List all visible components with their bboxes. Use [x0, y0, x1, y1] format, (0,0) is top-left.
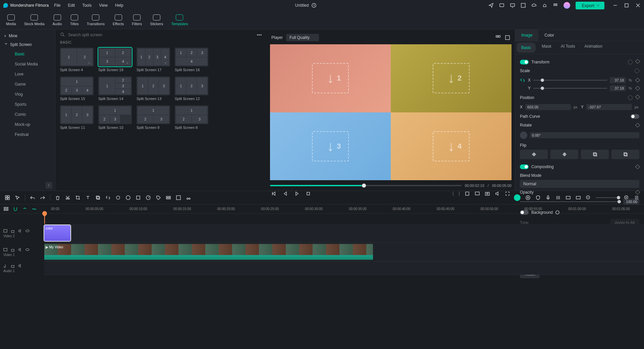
lock-icon[interactable] — [11, 229, 15, 233]
cursor-icon[interactable] — [15, 195, 20, 200]
video-track-icon[interactable] — [3, 229, 7, 233]
compositing-toggle[interactable] — [520, 164, 529, 169]
sidebar-mine[interactable]: Mine — [0, 32, 55, 40]
sidebar-item-basic[interactable]: Basic — [0, 49, 55, 59]
brace-close[interactable]: } — [459, 191, 460, 196]
effect-icon[interactable] — [136, 195, 141, 200]
text-icon[interactable] — [85, 195, 91, 200]
scale-y-input[interactable]: 37.18 — [610, 85, 626, 91]
scale-x-slider[interactable] — [533, 80, 607, 81]
reset-icon[interactable] — [628, 95, 633, 100]
sidebar-item-love[interactable]: Love — [0, 69, 55, 79]
stop-icon[interactable] — [306, 191, 311, 196]
brace-open[interactable]: { — [452, 191, 454, 196]
keyframe-icon[interactable] — [635, 86, 640, 91]
pos-x-input[interactable]: 603.05 — [525, 104, 571, 110]
link2-icon[interactable] — [22, 206, 28, 212]
prev-frame-icon[interactable] — [271, 191, 277, 196]
subtab-mask[interactable]: Mask — [537, 41, 556, 54]
path-curve-toggle[interactable] — [631, 114, 639, 119]
send-icon[interactable] — [488, 3, 494, 8]
module-titles[interactable]: Titles — [70, 14, 79, 26]
layout-icon[interactable] — [5, 195, 10, 200]
template-thumb[interactable]: 1234+ — [98, 48, 132, 66]
module-stickers[interactable]: Stickers — [150, 14, 163, 26]
player-canvas[interactable]: ↓1 ↓2 ↓3 ↓4 — [270, 44, 512, 180]
menu-tools[interactable]: Tools — [82, 3, 92, 8]
sidebar-item-vlog[interactable]: Vlog — [0, 89, 55, 99]
keyframe-icon[interactable] — [635, 78, 640, 83]
zoom-out-icon[interactable] — [586, 195, 591, 200]
crop-icon[interactable] — [465, 191, 470, 196]
template-thumb[interactable]: 123 — [175, 77, 208, 95]
sidebar-item-comic[interactable]: Comic — [0, 109, 55, 119]
subtab-ai[interactable]: AI Tools — [556, 41, 580, 54]
reset-icon[interactable] — [635, 68, 639, 73]
video-track-icon[interactable] — [3, 248, 7, 252]
close-icon[interactable] — [635, 3, 641, 8]
opacity-slider[interactable] — [520, 201, 621, 202]
tab-image[interactable]: Image — [515, 30, 538, 41]
fullscreen-icon[interactable] — [505, 191, 510, 196]
image-icon[interactable] — [505, 35, 510, 40]
blend-mode-select[interactable]: Normal — [520, 180, 639, 188]
subtab-animation[interactable]: Animation — [580, 41, 607, 54]
wave-icon[interactable] — [32, 206, 37, 212]
flip-copy-button[interactable] — [581, 150, 609, 159]
adjust-icon[interactable] — [115, 195, 121, 200]
delete-icon[interactable] — [55, 195, 60, 200]
transform-toggle[interactable] — [520, 60, 529, 64]
shield-icon[interactable] — [535, 195, 541, 200]
timeline-ruler[interactable]: 00:0000:00:05:0000:00:10:0000:00:15:0000… — [51, 207, 630, 211]
scrubber[interactable] — [270, 185, 462, 186]
speed-icon[interactable] — [146, 195, 151, 200]
magnet-icon[interactable] — [13, 206, 18, 212]
module-audio[interactable]: Audio — [53, 14, 62, 26]
play-icon[interactable] — [294, 191, 300, 196]
lock-icon[interactable] — [11, 248, 15, 252]
template-thumb[interactable]: 123 — [98, 105, 132, 124]
flip-horizontal-button[interactable] — [520, 150, 548, 159]
lock-icon[interactable] — [11, 264, 15, 268]
eye-icon[interactable] — [25, 229, 30, 233]
template-thumb[interactable]: 123 — [137, 77, 170, 95]
rotate-dial[interactable] — [520, 132, 527, 139]
drop-zone-3[interactable]: ↓3 — [312, 131, 349, 161]
keyframe-icon[interactable] — [635, 95, 640, 99]
scale-y-slider[interactable] — [533, 88, 607, 89]
module-effects[interactable]: Effects — [113, 14, 124, 26]
module-transitions[interactable]: Transitions — [87, 14, 105, 26]
minimize-icon[interactable] — [612, 3, 618, 8]
crop-tool-icon[interactable] — [75, 195, 80, 200]
mic-icon[interactable] — [545, 195, 551, 200]
sidebar-item-festival[interactable]: Festival — [0, 130, 55, 140]
link-icon[interactable] — [105, 195, 111, 200]
eye-icon[interactable] — [25, 248, 30, 252]
template-thumb[interactable]: 123 — [137, 105, 170, 124]
cloud-icon[interactable] — [531, 3, 537, 8]
drop-zone-4[interactable]: ↓4 — [433, 131, 470, 161]
drop-zone-2[interactable]: ↓2 — [433, 63, 470, 93]
template-thumb[interactable]: 1234+ — [137, 48, 170, 66]
mute-icon[interactable] — [18, 264, 22, 268]
clip-video1[interactable]: ▶ My Video — [44, 244, 373, 260]
quality-select[interactable]: Full Quality — [286, 34, 319, 41]
module-stock[interactable]: Stock Media — [24, 14, 45, 26]
avatar[interactable] — [564, 2, 570, 9]
color-icon[interactable] — [125, 195, 131, 200]
mute-icon[interactable] — [18, 248, 22, 252]
zoom-in-icon[interactable] — [624, 195, 629, 200]
template-thumb[interactable]: 1234 — [175, 48, 208, 66]
template-thumb[interactable]: 1234 — [60, 77, 94, 95]
screen-icon[interactable] — [475, 191, 480, 196]
sidebar-item-social[interactable]: Social Media — [0, 59, 55, 69]
search-input[interactable] — [68, 33, 253, 37]
keyframe-icon[interactable] — [635, 164, 640, 169]
sidebar-item-mockup[interactable]: Mock-up — [0, 119, 55, 130]
monitor-icon[interactable] — [510, 3, 515, 8]
export-button[interactable]: Export — [576, 2, 604, 9]
subtab-basic[interactable]: Basic — [517, 43, 536, 53]
menu-view[interactable]: View — [99, 3, 108, 8]
volume-icon[interactable] — [495, 191, 500, 196]
render-icon[interactable] — [566, 195, 571, 200]
